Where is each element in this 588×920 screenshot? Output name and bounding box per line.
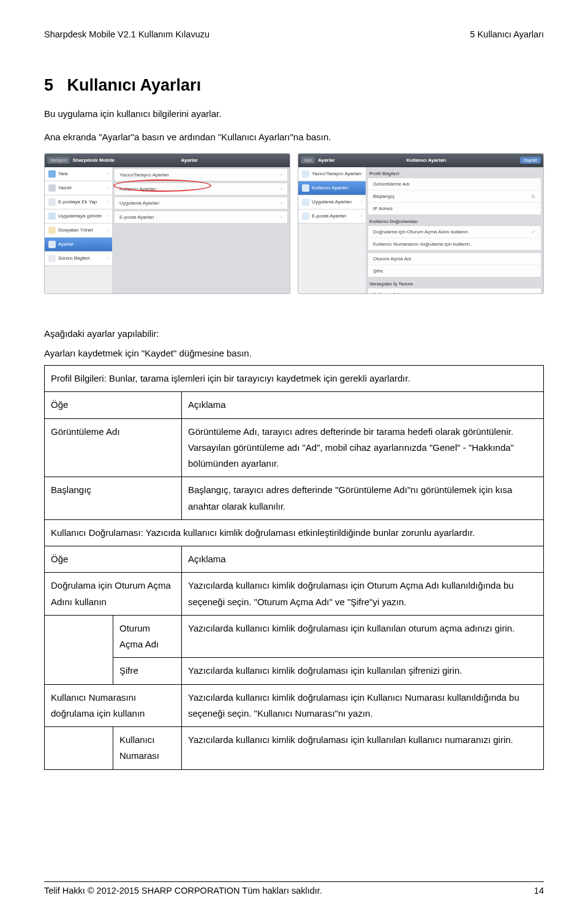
- cell-display-name: Görüntüleme Adı: [45, 418, 182, 477]
- cell-usernum-desc: Yazıcılarda kullanıcı kimlik doğrulaması…: [182, 727, 544, 770]
- back-button[interactable]: Geri: [301, 157, 315, 164]
- cell-auth-usernum-desc: Yazıcılarda kullanıcı kimlik doğrulaması…: [182, 684, 544, 727]
- sidebar-item-user[interactable]: Kullanıcı Ayarları: [298, 181, 366, 195]
- row-password[interactable]: Şifre: [368, 265, 541, 277]
- header-left: Sharpdesk Mobile V2.1 Kullanım Kılavuzu: [44, 29, 209, 39]
- cell-initial: Başlangıç: [45, 477, 182, 520]
- settings-table: Profil Bilgileri: Bunlar, tarama işlemle…: [44, 365, 544, 770]
- sidebar-item-files[interactable]: Dosyaları Yönet›: [45, 224, 112, 238]
- table-section-auth: Kullanıcı Doğrulaması: Yazıcıda kullanıc…: [45, 519, 544, 546]
- screenshot-left: Versiyon Sharpdesk Mobile Ayarlar Tara› …: [44, 153, 290, 294]
- sidebar-item-print[interactable]: Yazdır›: [45, 181, 112, 195]
- section-heading: 5 Kullanıcı Ayarları: [44, 76, 544, 95]
- header-right: 5 Kullanıcı Ayarları: [470, 29, 544, 39]
- table-section-profile: Profil Bilgileri: Bunlar, tarama işlemle…: [45, 366, 544, 392]
- sidebar-right: Yazıcı/Tarayıcı Ayarları› Kullanıcı Ayar…: [298, 167, 366, 293]
- intro-line-2: Ana ekranda "Ayarlar"a basın ve ardından…: [44, 129, 544, 145]
- sidebar-item-send[interactable]: Uygulamaya gönder›: [45, 209, 112, 224]
- row-app-settings[interactable]: Uygulama Ayarları›: [114, 197, 288, 209]
- settings-list: Yazıcı/Tarayıcı Ayarları› Kullanıcı Ayar…: [112, 167, 290, 293]
- section-number: 5: [44, 76, 53, 94]
- cell-display-name-desc: Görüntüleme Adı, tarayıcı adres defterin…: [182, 418, 544, 477]
- back-title: Ayarlar: [318, 157, 334, 163]
- sidebar-item-app[interactable]: Uygulama Ayarları›: [298, 195, 366, 209]
- footer-copyright: Telif Hakkı © 2012-2015 SHARP CORPORATIO…: [44, 886, 322, 895]
- row-initial[interactable]: BaşlangıçS-: [368, 190, 541, 203]
- section-title-text: Kullanıcı Ayarları: [67, 76, 202, 94]
- row-email-settings[interactable]: E-posta Ayarları›: [114, 211, 288, 224]
- app-title: Sharpdesk Mobile: [73, 157, 115, 163]
- row-printer-scanner[interactable]: Yazıcı/Tarayıcı Ayarları›: [114, 168, 288, 181]
- cell-auth-login: Doğrulama için Oturum Açma Adını kullanı…: [45, 573, 182, 616]
- row-username[interactable]: Kullanıcı Adı: [368, 288, 541, 293]
- cell-login-name-desc: Yazıcılarda kullanıcı kimlik doğrulaması…: [182, 615, 544, 658]
- sidebar-item-version[interactable]: Sürüm Bilgileri›: [45, 252, 112, 266]
- cell-usernum: Kullanıcı Numarası: [113, 727, 182, 770]
- section-header-auth: Kullanıcı Doğrulaması: [368, 216, 541, 225]
- titlebar-right: Geri Ayarlar Kullanıcı Ayarları Kaydet: [298, 154, 543, 167]
- settings-form: Profil Bilgileri Görüntüleme Adı Başlang…: [366, 167, 543, 293]
- cell-password-desc: Yazıcılarda kullanıcı kimlik doğrulaması…: [182, 658, 544, 684]
- intro-line-1: Bu uygulama için kullanıcı bilgilerini a…: [44, 106, 544, 122]
- cell-initial-desc: Başlangıç, tarayıcı adres defterinde "Gö…: [182, 477, 544, 520]
- cell-auth-login-desc: Yazıcılarda kullanıcı kimlik doğrulaması…: [182, 573, 544, 616]
- cell-auth-usernum: Kullanıcı Numarasını doğrulama için kull…: [45, 684, 182, 727]
- table-hdr-desc: Açıklama: [182, 392, 544, 418]
- sidebar-item-settings[interactable]: Ayarlar: [45, 238, 112, 252]
- page-title: Ayarlar: [115, 157, 264, 163]
- page-footer: Telif Hakkı © 2012-2015 SHARP CORPORATIO…: [44, 881, 544, 895]
- table-hdr-item-2: Öğe: [45, 546, 182, 573]
- version-button[interactable]: Versiyon: [47, 157, 70, 164]
- cell-spacer: [45, 615, 113, 684]
- row-auth-usernum[interactable]: Kullanıcı Numarasını doğrulama için kull…: [368, 238, 541, 250]
- cell-login-name: Oturum Açma Adı: [113, 615, 182, 658]
- below-line-1: Aşağıdaki ayarlar yapılabilir:: [44, 326, 544, 342]
- table-hdr-item: Öğe: [45, 392, 182, 418]
- row-display-name[interactable]: Görüntüleme Adı: [368, 178, 541, 190]
- footer-page-number: 14: [534, 886, 544, 895]
- cell-spacer-2: [45, 727, 113, 770]
- below-line-2: Ayarları kaydetmek için "Kaydet" düğmesi…: [44, 345, 544, 361]
- page-header: Sharpdesk Mobile V2.1 Kullanım Kılavuzu …: [44, 29, 544, 39]
- sidebar-item-printer[interactable]: Yazıcı/Tarayıcı Ayarları›: [298, 167, 366, 181]
- section-header-profile: Profil Bilgileri: [368, 168, 541, 178]
- titlebar-left: Versiyon Sharpdesk Mobile Ayarlar: [45, 154, 290, 167]
- save-button[interactable]: Kaydet: [520, 157, 541, 164]
- section-header-job: Varsayılan İş Tanımı: [368, 279, 541, 288]
- screenshot-right: Geri Ayarlar Kullanıcı Ayarları Kaydet Y…: [298, 153, 544, 294]
- screenshot-row: Versiyon Sharpdesk Mobile Ayarlar Tara› …: [44, 153, 544, 294]
- sidebar-item-email[interactable]: E-posta Ayarları›: [298, 209, 366, 224]
- sidebar-left: Tara› Yazdır› E-postaya Ek Yap› Uygulama…: [45, 167, 112, 293]
- table-hdr-desc-2: Açıklama: [182, 546, 544, 573]
- page-title: Kullanıcı Ayarları: [335, 157, 518, 163]
- sidebar-item-email[interactable]: E-postaya Ek Yap›: [45, 195, 112, 209]
- row-user-settings[interactable]: Kullanıcı Ayarları›: [114, 183, 288, 195]
- sidebar-item-scan[interactable]: Tara›: [45, 167, 112, 181]
- row-login-name[interactable]: Oturum Açma Adı: [368, 253, 541, 265]
- content-below: Aşağıdaki ayarlar yapılabilir: Ayarları …: [44, 326, 544, 770]
- row-ip[interactable]: IP Adresi: [368, 203, 541, 214]
- row-auth-login[interactable]: Doğrulama için Oturum Açma Adını kullanı…: [368, 226, 541, 238]
- cell-password: Şifre: [113, 658, 182, 684]
